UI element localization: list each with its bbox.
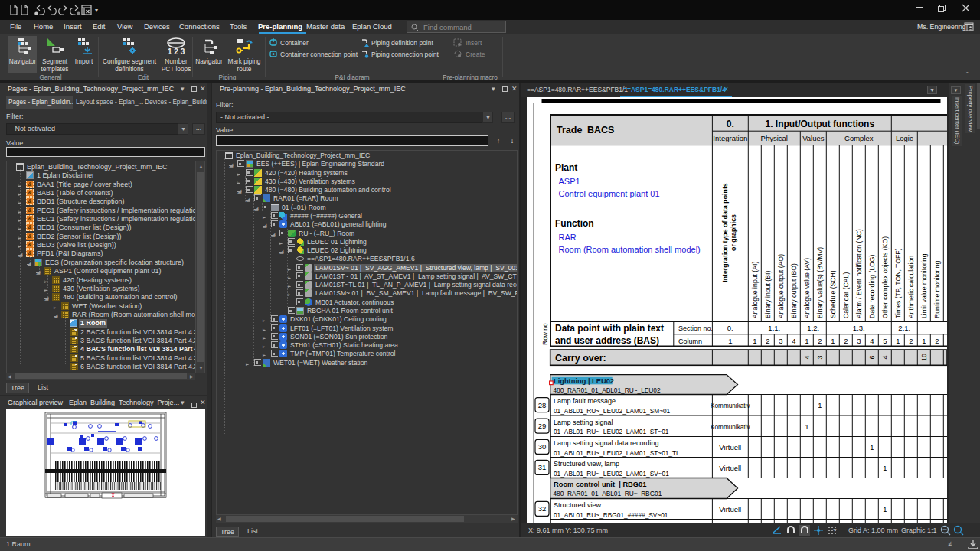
- svg-text:1.1.: 1.1.: [768, 324, 780, 332]
- svg-text:2: 2: [909, 337, 913, 345]
- svg-text:Virtuell: Virtuell: [719, 464, 741, 472]
- svg-text:Physical: Physical: [761, 134, 788, 142]
- svg-text:Other complex objects (KO): Other complex objects (KO): [881, 236, 889, 318]
- svg-text:Lightning | LEU02: Lightning | LEU02: [554, 377, 614, 385]
- svg-text:Complex: Complex: [844, 134, 874, 142]
- svg-text:01_ABL01_RU~_RBG01_#####_SV~01: 01_ABL01_RU~_RBG01_#####_SV~01: [554, 511, 668, 519]
- svg-text:Data point with plain text: Data point with plain text: [555, 323, 664, 334]
- svg-text:Carry over:: Carry over:: [555, 353, 606, 364]
- svg-text:Times (TP, TON, TOFF): Times (TP, TON, TOFF): [894, 248, 902, 318]
- svg-text:Lamp setting signal data recor: Lamp setting signal data recording: [554, 439, 659, 447]
- svg-text:▾: ▾: [95, 7, 98, 14]
- svg-text:4: 4: [881, 355, 889, 359]
- svg-text:Room control unit | RBG01: Room control unit | RBG01: [554, 481, 646, 488]
- svg-text:2.1.: 2.1.: [898, 324, 910, 332]
- svg-text:1: 1: [805, 337, 808, 345]
- svg-text:Structured view: Structured view: [554, 501, 602, 509]
- svg-text:1. Input/Output functions: 1. Input/Output functions: [765, 119, 874, 129]
- svg-text:Kommunikativ: Kommunikativ: [710, 403, 750, 409]
- svg-text:2: 2: [818, 337, 822, 345]
- svg-text:Trade: Trade: [557, 125, 582, 135]
- svg-text:4: 4: [803, 355, 811, 359]
- svg-text:1: 1: [753, 337, 756, 345]
- svg-text:Lamp fault message: Lamp fault message: [554, 397, 616, 405]
- svg-text:Control equipment plant 01: Control equipment plant 01: [559, 189, 660, 198]
- svg-text:Integration: Integration: [713, 134, 747, 142]
- svg-text:1: 1: [805, 422, 808, 431]
- svg-text:Analogue input (AI): Analogue input (AI): [751, 262, 759, 318]
- svg-text:Section no.: Section no.: [678, 324, 713, 332]
- svg-text:480_RAR01_01_ABL01_RU~_LEU02: 480_RAR01_01_ABL01_RU~_LEU02: [554, 386, 661, 394]
- svg-text:Calendar (CAL): Calendar (CAL): [842, 272, 850, 318]
- svg-text:1 2 3: 1 2 3: [168, 47, 185, 56]
- svg-text:2: 2: [935, 337, 939, 345]
- svg-text:29: 29: [538, 422, 547, 430]
- svg-text:6: 6: [868, 355, 876, 359]
- svg-text:Intergration type of data poin: Intergration type of data points: [721, 183, 729, 282]
- svg-text:3: 3: [857, 337, 861, 345]
- svg-text:Row no: Row no: [541, 323, 549, 345]
- svg-text:1.3.: 1.3.: [853, 324, 865, 332]
- svg-text:480_RAR01_01_ABL01_RU~_RBG01: 480_RAR01_01_ABL01_RU~_RBG01: [554, 490, 662, 497]
- svg-text:0.: 0.: [727, 324, 733, 332]
- svg-text:28: 28: [538, 401, 547, 409]
- svg-text:Analogue value (AV): Analogue value (AV): [803, 258, 811, 318]
- svg-text:4: 4: [792, 337, 795, 345]
- svg-text:Schedule (SCH): Schedule (SCH): [829, 270, 837, 318]
- svg-text:01_ABL01_RU~_LEU02_LAM01_SV~01: 01_ABL01_RU~_LEU02_LAM01_SV~01: [554, 470, 669, 478]
- svg-text:and user address (BAS): and user address (BAS): [555, 335, 659, 346]
- svg-text:2: 2: [766, 337, 769, 345]
- svg-text:Values: Values: [802, 134, 825, 142]
- svg-text:01_ABL01_RU~_LEU02_LAM01_ST~01: 01_ABL01_RU~_LEU02_LAM01_ST~01: [554, 428, 669, 435]
- svg-text:Analogue output (AO): Analogue output (AO): [777, 254, 785, 318]
- svg-text:RAR: RAR: [559, 233, 577, 242]
- svg-text:Limit value monitoring: Limit value monitoring: [920, 253, 928, 318]
- svg-text:3: 3: [779, 337, 782, 345]
- svg-text:0.: 0.: [727, 119, 734, 129]
- svg-text:Column: Column: [678, 337, 702, 345]
- svg-text:Logic: Logic: [896, 134, 913, 142]
- svg-text:5: 5: [883, 337, 887, 345]
- svg-text:Binary input (BI): Binary input (BI): [764, 271, 772, 318]
- svg-text:Lamp setting signal: Lamp setting signal: [554, 419, 613, 426]
- svg-text:Data recording (LOG): Data recording (LOG): [868, 254, 876, 318]
- svg-text:1: 1: [870, 443, 874, 452]
- svg-text:Arithmetic calculation: Arithmetic calculation: [907, 256, 915, 318]
- svg-text:1.2.: 1.2.: [807, 324, 819, 332]
- svg-text:32: 32: [538, 504, 547, 513]
- svg-text:Virtuell: Virtuell: [719, 505, 741, 514]
- svg-text:ASP1: ASP1: [559, 177, 580, 186]
- svg-text:Structured view, lamp: Structured view, lamp: [554, 460, 619, 468]
- svg-text:Plant: Plant: [555, 162, 577, 173]
- svg-text:30: 30: [538, 442, 547, 451]
- svg-text:Room (Room automation shell mo: Room (Room automation shell model): [559, 245, 701, 254]
- svg-text:1: 1: [922, 337, 926, 345]
- svg-text:1: 1: [896, 337, 900, 345]
- svg-text:01_ABL01_RU~_LEU02_LAM01_SM~01: 01_ABL01_RU~_LEU02_LAM01_SM~01: [554, 407, 671, 415]
- svg-text:Binary value(s) (BV/MV): Binary value(s) (BV/MV): [816, 247, 824, 318]
- svg-text:1: 1: [818, 401, 822, 409]
- svg-text:Virtuell: Virtuell: [719, 443, 741, 452]
- svg-text:1: 1: [883, 505, 887, 514]
- svg-text:4: 4: [870, 337, 874, 345]
- svg-text:or graphics: or graphics: [730, 214, 737, 251]
- svg-text:Binary output (BO): Binary output (BO): [790, 263, 798, 318]
- svg-text:1: 1: [883, 464, 887, 472]
- svg-text:31: 31: [538, 463, 547, 471]
- svg-text:Runtime monitoring: Runtime monitoring: [933, 261, 941, 318]
- svg-text:10: 10: [920, 354, 928, 361]
- svg-text:2: 2: [844, 337, 848, 345]
- svg-text:Function: Function: [555, 218, 594, 229]
- svg-text:BACS: BACS: [587, 125, 614, 135]
- svg-text:1: 1: [728, 337, 732, 345]
- svg-text:3: 3: [816, 355, 824, 359]
- svg-text:01_ABL01_RU~_LEU02_LAM01_ST~01: 01_ABL01_RU~_LEU02_LAM01_ST~01_TL: [554, 449, 680, 457]
- svg-text:Alarm / Event notification (NC: Alarm / Event notification (NC): [855, 229, 863, 318]
- svg-text:Kommunikativ: Kommunikativ: [710, 424, 750, 431]
- svg-text:1: 1: [831, 337, 835, 345]
